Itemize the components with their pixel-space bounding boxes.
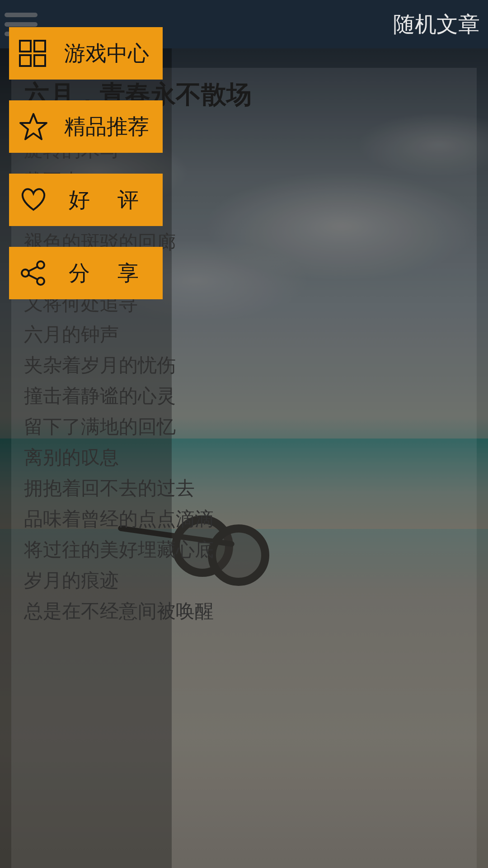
article-line: 岁月的痕迹 (24, 565, 464, 596)
article-line: 品味着曾经的点点滴滴 (24, 504, 464, 534)
svg-rect-2 (20, 55, 31, 66)
menu-label: 分 享 (64, 259, 150, 288)
svg-line-8 (28, 275, 38, 279)
menu-item-share[interactable]: 分 享 (9, 247, 163, 299)
article-line: 离别的叹息 (24, 442, 464, 473)
svg-point-4 (22, 269, 29, 277)
article-line: 总是在不经意间被唤醒 (24, 596, 464, 627)
svg-rect-3 (34, 55, 45, 66)
article-line: 将过往的美好埋藏心底 (24, 534, 464, 565)
menu-item-rate[interactable]: 好 评 (9, 174, 163, 226)
article-line: 拥抱着回不去的过去 (24, 473, 464, 504)
menu-item-recommend[interactable]: 精品推荐 (9, 100, 163, 153)
svg-point-5 (37, 261, 44, 269)
article-line: 留下了满地的回忆 (24, 411, 464, 442)
menu-label: 游戏中心 (64, 39, 149, 68)
svg-rect-0 (20, 41, 31, 52)
article-line: 夹杂着岁月的忧伤 (24, 350, 464, 381)
article-line: 六月的钟声 (24, 319, 464, 350)
floating-menu: 游戏中心 精品推荐 好 评 分 享 (9, 27, 163, 299)
star-icon (19, 112, 64, 141)
menu-label: 好 评 (64, 186, 150, 214)
heart-icon (19, 185, 64, 214)
svg-point-6 (37, 278, 44, 285)
article-line: 撞击着静谧的心灵 (24, 381, 464, 411)
share-icon (19, 259, 64, 288)
svg-line-7 (28, 267, 38, 271)
grid-icon (19, 40, 64, 67)
menu-label: 精品推荐 (64, 113, 149, 141)
svg-rect-1 (34, 41, 45, 52)
header-title[interactable]: 随机文章 (393, 10, 480, 39)
menu-item-game-center[interactable]: 游戏中心 (9, 27, 163, 80)
